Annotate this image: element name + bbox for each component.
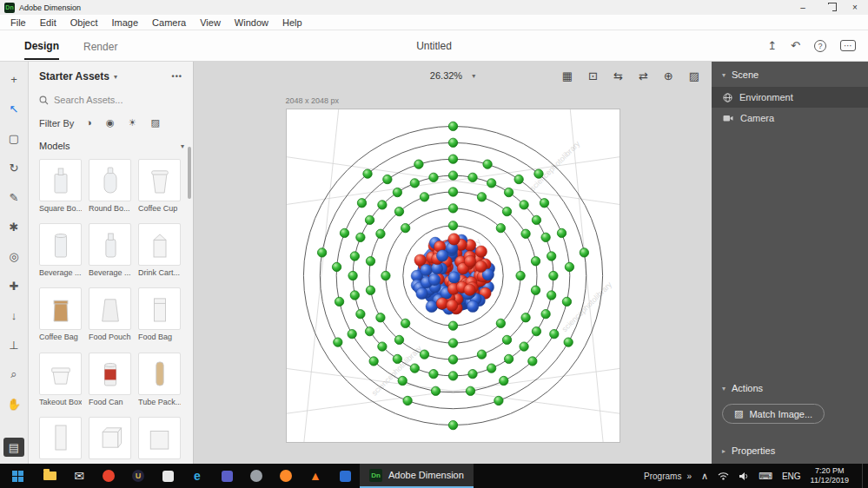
model-thumbnail <box>39 287 82 330</box>
programs-toolbar[interactable]: Programs » <box>644 472 692 481</box>
model-coffee-bag[interactable]: Coffee Bag <box>39 287 82 343</box>
camera-undo-icon[interactable]: ⇆ <box>613 69 623 82</box>
taskbar-icon-red-app[interactable] <box>94 464 123 488</box>
touch-keyboard-icon[interactable]: ⌨ <box>759 471 772 482</box>
model-item-15[interactable] <box>138 417 181 464</box>
move-tool[interactable]: ✚ <box>5 277 23 294</box>
properties-section-header[interactable]: ▸ Properties <box>712 438 868 464</box>
main-area: +↖▢↻✎✱◎✚↓⊥⌕✋▤ Starter Assets ▾ ••• Filte… <box>0 62 868 464</box>
app-header: Design Render Untitled ↥ ↶ ? ⋯ <box>0 30 868 62</box>
scene-section-header[interactable]: ▾ Scene <box>712 62 868 87</box>
sampler-tool[interactable]: ◎ <box>5 247 23 265</box>
taskbar-icon-mail[interactable]: ✉ <box>64 464 94 488</box>
taskbar-active-app[interactable]: Dn Adobe Dimension <box>360 464 474 488</box>
filter-by-label: Filter By <box>39 118 74 129</box>
camera-redo-icon[interactable]: ⇄ <box>639 69 648 82</box>
model-square-bo[interactable]: Square Bo... <box>39 159 82 214</box>
language-indicator[interactable]: ENG <box>782 472 801 481</box>
model-tube-pack[interactable]: Tube Pack... <box>138 353 181 408</box>
model-round-bo[interactable]: Round Bo... <box>89 159 131 214</box>
model-food-bag[interactable]: Food Bag <box>138 287 181 343</box>
tab-design[interactable]: Design <box>24 32 59 60</box>
taskbar-icon-u-app[interactable]: U <box>123 464 153 488</box>
taskbar-icon-vlc[interactable]: ▲ <box>301 464 330 488</box>
help-icon[interactable]: ? <box>814 40 826 52</box>
actions-section-header[interactable]: ▾ Actions <box>712 375 868 400</box>
models-section-title[interactable]: Models <box>39 141 70 151</box>
menu-file[interactable]: File <box>3 17 33 28</box>
assets-scrollbar[interactable] <box>188 147 191 199</box>
panel-menu-icon[interactable]: ••• <box>172 72 182 81</box>
taskbar-icon-purple-app[interactable] <box>212 464 242 488</box>
zoom-tool[interactable]: ⌕ <box>5 366 23 383</box>
match-image-button[interactable]: ▨ Match Image... <box>722 404 825 424</box>
scene-item-camera[interactable]: Camera <box>712 108 868 129</box>
actions-title: Actions <box>732 383 763 393</box>
add-and-import-tool[interactable]: + <box>5 70 23 88</box>
select-tool[interactable]: ↖ <box>5 100 23 117</box>
model-drink-cart[interactable]: Drink Cart... <box>138 223 181 279</box>
model-takeout-box[interactable]: Takeout Box <box>39 353 82 408</box>
view-grid-icon[interactable]: ▦ <box>562 69 573 82</box>
app-logo-icon: Dn <box>4 3 15 13</box>
orbit-tool[interactable]: ↻ <box>5 159 23 176</box>
taskbar-icon-edge-browser[interactable]: e <box>182 464 212 488</box>
model-item-14[interactable] <box>89 417 131 464</box>
model-item-13[interactable] <box>39 417 82 464</box>
drop-to-ground-tool[interactable]: ↓ <box>5 307 23 324</box>
menu-camera[interactable]: Camera <box>145 17 193 28</box>
add-camera-icon[interactable]: ⊕ <box>664 69 673 82</box>
model-label: Coffee Bag <box>39 333 82 341</box>
taskbar-icon-calendar[interactable] <box>153 464 182 488</box>
model-food-pouch[interactable]: Food Pouch <box>89 287 131 343</box>
menu-image[interactable]: Image <box>105 17 146 28</box>
search-assets-input[interactable] <box>54 95 158 105</box>
magic-wand-tool[interactable]: ✱ <box>5 218 23 235</box>
windows-logo-icon <box>12 471 23 482</box>
start-button[interactable] <box>0 464 35 488</box>
taskbar-icon-firefox[interactable] <box>271 464 301 488</box>
render-preview-icon[interactable]: ▨ <box>689 69 699 82</box>
tab-render[interactable]: Render <box>83 33 117 59</box>
taskbar-icon-blue-app[interactable] <box>330 464 360 488</box>
document-canvas[interactable]: sciencephotolibrarysciencephotolibrarysc… <box>286 109 620 443</box>
chevron-down-icon[interactable]: ▾ <box>181 142 184 150</box>
menu-edit[interactable]: Edit <box>33 17 63 28</box>
model-thumbnail <box>39 417 82 459</box>
assets-panel-title[interactable]: Starter Assets <box>39 70 109 82</box>
restore-button[interactable] <box>816 0 842 15</box>
filter-images-icon[interactable]: ▨ <box>150 117 159 129</box>
menu-object[interactable]: Object <box>63 17 105 28</box>
tray-chevron-icon[interactable]: ∧ <box>701 471 708 482</box>
filter-models-icon[interactable]: ◉ <box>106 117 115 129</box>
zoom-control[interactable]: 26.32% ▾ <box>430 70 475 81</box>
model-beverage[interactable]: Beverage ... <box>89 223 131 279</box>
share-icon[interactable]: ↥ <box>767 39 777 52</box>
undo-icon[interactable]: ↶ <box>791 39 800 52</box>
network-icon[interactable] <box>718 472 729 480</box>
camera-bookmark-icon[interactable]: ⊡ <box>588 69 598 82</box>
model-food-can[interactable]: Food Can <box>89 353 131 408</box>
volume-icon[interactable] <box>739 472 749 481</box>
model-beverage[interactable]: Beverage ... <box>39 223 82 279</box>
pan-tool[interactable]: ✋ <box>5 395 23 412</box>
horizon-tool[interactable]: ⊥ <box>5 336 23 353</box>
filter-materials-icon[interactable]: ◑ <box>86 117 92 129</box>
model-coffee-cup[interactable]: Coffee Cup <box>138 159 181 214</box>
menu-window[interactable]: Window <box>228 17 275 28</box>
scene-item-environment[interactable]: Environment <box>712 87 868 108</box>
taskbar-icon-file-explorer[interactable] <box>35 464 64 488</box>
content-panel-toggle[interactable]: ▤ <box>3 438 24 457</box>
filter-lights-icon[interactable]: ☀ <box>129 117 137 129</box>
minimize-button[interactable]: – <box>790 0 816 15</box>
taskbar-icon-gray-app[interactable] <box>242 464 271 488</box>
close-button[interactable]: × <box>842 0 868 15</box>
menu-help[interactable]: Help <box>275 17 309 28</box>
pen-tool[interactable]: ✎ <box>5 188 23 206</box>
feedback-icon[interactable]: ⋯ <box>840 40 856 51</box>
menu-view[interactable]: View <box>193 17 228 28</box>
show-desktop-button[interactable] <box>862 464 866 488</box>
zoom-value: 26.32% <box>430 70 462 81</box>
marquee-select-tool[interactable]: ▢ <box>5 129 23 147</box>
clock[interactable]: 7:20 PM 11/12/2019 <box>811 466 852 486</box>
